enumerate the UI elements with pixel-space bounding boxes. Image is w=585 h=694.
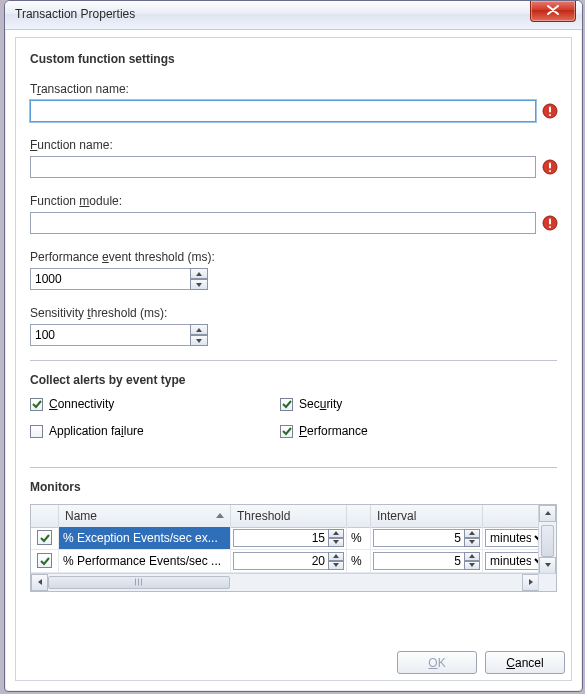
row-threshold-unit: %	[347, 550, 371, 572]
row-enabled-checkbox[interactable]	[31, 527, 59, 549]
interval-unit-select[interactable]: minutes	[485, 552, 539, 570]
threshold-input[interactable]	[233, 552, 328, 570]
grip-icon	[135, 579, 144, 586]
row-threshold-cell	[231, 550, 347, 572]
scrollbar-thumb[interactable]	[48, 576, 230, 589]
spin-up-button[interactable]	[464, 529, 480, 538]
sensitivity-label: Sensitivity threshold (ms):	[30, 306, 167, 320]
row-threshold-cell	[231, 527, 347, 549]
spin-down-button[interactable]	[190, 335, 208, 346]
function-name-input[interactable]	[30, 156, 536, 178]
svg-rect-4	[549, 163, 551, 169]
scrollbar-corner	[538, 574, 556, 591]
transaction-name-label: Transaction name:	[30, 82, 129, 96]
close-icon	[547, 4, 559, 18]
application-failure-checkbox[interactable]: Application failure	[30, 424, 144, 438]
spin-down-button[interactable]	[190, 279, 208, 290]
chevron-right-icon	[529, 579, 533, 585]
monitors-table: Name Threshold Interval % Exception Even…	[30, 504, 557, 592]
function-module-input[interactable]	[30, 212, 536, 234]
monitors-header-threshold-unit[interactable]	[347, 505, 371, 527]
perf-threshold-input[interactable]	[30, 268, 190, 290]
scroll-left-button[interactable]	[31, 574, 48, 591]
threshold-spinner[interactable]	[233, 552, 344, 570]
svg-rect-5	[549, 170, 551, 172]
table-row[interactable]: % Performance Events/sec ...%minutes	[31, 550, 539, 573]
chevron-down-icon	[545, 563, 551, 567]
alerts-checkbox-group: Connectivity Security Application failur…	[30, 397, 557, 453]
connectivity-checkbox[interactable]: Connectivity	[30, 397, 114, 411]
chevron-up-icon	[196, 328, 202, 332]
interval-unit-select[interactable]: minutes	[485, 529, 539, 547]
scroll-up-button[interactable]	[539, 505, 556, 522]
spin-down-button[interactable]	[464, 538, 480, 547]
horizontal-scrollbar[interactable]	[31, 573, 556, 591]
transaction-name-input[interactable]	[30, 100, 536, 122]
svg-rect-2	[549, 114, 551, 116]
svg-rect-7	[549, 219, 551, 225]
monitors-header-enabled[interactable]	[31, 505, 59, 527]
monitors-header-name[interactable]: Name	[59, 505, 231, 527]
monitors-header-threshold[interactable]: Threshold	[231, 505, 347, 527]
svg-rect-8	[549, 226, 551, 228]
row-enabled-checkbox[interactable]	[31, 550, 59, 572]
validation-error-icon	[542, 103, 558, 119]
interval-spinner[interactable]	[373, 529, 480, 547]
cancel-button[interactable]: Cancel	[485, 651, 565, 674]
function-module-label: Function module:	[30, 194, 122, 208]
window-title: Transaction Properties	[15, 7, 135, 21]
spin-up-button[interactable]	[328, 529, 344, 538]
dialog-button-bar: OK Cancel	[397, 651, 565, 674]
row-interval-unit-cell: minutes	[483, 527, 539, 549]
chevron-down-icon	[196, 339, 202, 343]
chevron-left-icon	[38, 579, 42, 585]
section-alerts-heading: Collect alerts by event type	[30, 373, 557, 387]
validation-error-icon	[542, 159, 558, 175]
separator	[30, 467, 557, 468]
row-threshold-unit: %	[347, 527, 371, 549]
interval-spinner[interactable]	[373, 552, 480, 570]
section-monitors-heading: Monitors	[30, 480, 557, 494]
spin-up-button[interactable]	[464, 552, 480, 561]
svg-rect-1	[549, 107, 551, 113]
row-name-cell: % Exception Events/sec ex...	[59, 527, 231, 549]
interval-input[interactable]	[373, 529, 464, 547]
sort-ascending-icon	[216, 513, 224, 518]
chevron-down-icon	[196, 283, 202, 287]
spin-up-button[interactable]	[328, 552, 344, 561]
monitors-header-row: Name Threshold Interval	[31, 505, 556, 528]
security-checkbox[interactable]: Security	[280, 397, 342, 411]
close-button[interactable]	[530, 1, 576, 22]
threshold-spinner[interactable]	[233, 529, 344, 547]
spin-down-button[interactable]	[464, 561, 480, 570]
vertical-scrollbar[interactable]	[538, 505, 556, 574]
validation-error-icon	[542, 215, 558, 231]
perf-threshold-label: Performance event threshold (ms):	[30, 250, 215, 264]
table-row[interactable]: % Exception Events/sec ex...%minutes	[31, 527, 539, 550]
spin-down-button[interactable]	[328, 538, 344, 547]
titlebar: Transaction Properties	[5, 1, 582, 30]
performance-checkbox[interactable]: Performance	[280, 424, 368, 438]
scroll-down-button[interactable]	[539, 557, 556, 574]
perf-threshold-spinner[interactable]	[30, 268, 208, 290]
chevron-up-icon	[196, 272, 202, 276]
ok-button[interactable]: OK	[397, 651, 477, 674]
monitors-header-interval[interactable]: Interval	[371, 505, 483, 527]
function-name-label: Function name:	[30, 138, 113, 152]
threshold-input[interactable]	[233, 529, 328, 547]
separator	[30, 360, 557, 361]
dialog-window: Transaction Properties Custom function s…	[4, 0, 583, 692]
interval-input[interactable]	[373, 552, 464, 570]
spin-up-button[interactable]	[190, 268, 208, 279]
spin-down-button[interactable]	[328, 561, 344, 570]
row-interval-unit-cell: minutes	[483, 550, 539, 572]
dialog-client: Custom function settings Transaction nam…	[15, 37, 572, 681]
scroll-right-button[interactable]	[522, 574, 539, 591]
sensitivity-spinner[interactable]	[30, 324, 208, 346]
row-name-cell: % Performance Events/sec ...	[59, 550, 231, 572]
sensitivity-input[interactable]	[30, 324, 190, 346]
spin-up-button[interactable]	[190, 324, 208, 335]
chevron-up-icon	[545, 511, 551, 515]
scrollbar-thumb[interactable]	[541, 525, 554, 557]
row-interval-cell	[371, 527, 483, 549]
